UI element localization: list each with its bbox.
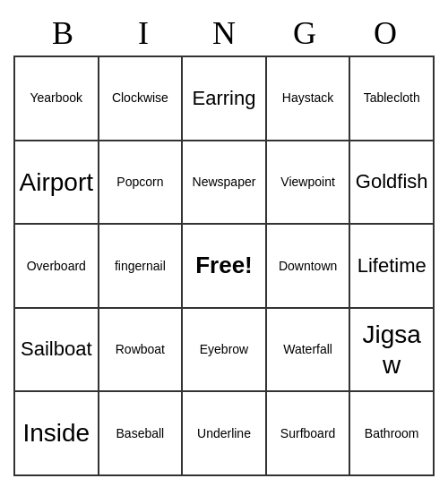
- cell-text: Rowboat: [116, 342, 165, 357]
- cell-text: Inside: [22, 418, 90, 449]
- bingo-cell-3-4: Jigsaw: [350, 309, 435, 393]
- bingo-cell-1-0: Airport: [15, 141, 99, 226]
- bingo-cell-2-1: fingernail: [99, 225, 184, 309]
- cell-text: Lifetime: [358, 254, 426, 278]
- cell-text: Downtown: [279, 259, 337, 274]
- bingo-cell-1-3: Viewpoint: [267, 141, 351, 226]
- cell-text: Goldfish: [356, 170, 428, 193]
- cell-text: Clockwise: [112, 90, 168, 106]
- bingo-letter-g: G: [266, 14, 343, 52]
- cell-text: Newspaper: [193, 175, 256, 190]
- cell-text: fingernail: [115, 259, 166, 274]
- cell-text: Free!: [195, 252, 253, 279]
- cell-text: Waterfall: [283, 342, 332, 357]
- cell-text: Overboard: [27, 259, 86, 274]
- cell-text: Sailboat: [21, 337, 92, 361]
- cell-text: Popcorn: [116, 175, 163, 190]
- bingo-header: BINGO: [13, 11, 435, 56]
- cell-text: Baseball: [116, 426, 165, 441]
- bingo-cell-3-3: Waterfall: [267, 309, 351, 393]
- cell-text: Surfboard: [280, 426, 335, 441]
- bingo-cell-2-3: Downtown: [267, 225, 351, 309]
- bingo-letter-n: N: [185, 14, 263, 52]
- bingo-cell-4-3: Surfboard: [267, 392, 351, 476]
- cell-text: Underline: [197, 426, 251, 441]
- cell-text: Viewpoint: [280, 175, 334, 190]
- bingo-cell-2-2: Free!: [183, 225, 267, 309]
- bingo-cell-0-2: Earring: [183, 57, 267, 141]
- bingo-cell-3-0: Sailboat: [15, 309, 99, 393]
- bingo-cell-4-0: Inside: [15, 392, 99, 476]
- bingo-cell-4-4: Bathroom: [350, 392, 435, 476]
- cell-text: Bathroom: [365, 426, 419, 441]
- bingo-cell-1-4: Goldfish: [350, 141, 435, 226]
- bingo-cell-0-0: Yearbook: [15, 57, 99, 141]
- bingo-cell-1-2: Newspaper: [183, 141, 267, 226]
- bingo-letter-o: O: [347, 14, 424, 52]
- cell-text: Yearbook: [30, 90, 82, 106]
- cell-text: Tablecloth: [364, 90, 420, 106]
- bingo-cell-2-0: Overboard: [15, 225, 99, 309]
- cell-text: Eyebrow: [200, 342, 248, 357]
- bingo-cell-4-2: Underline: [183, 392, 267, 476]
- bingo-cell-2-4: Lifetime: [350, 225, 435, 309]
- bingo-cell-3-1: Rowboat: [99, 309, 184, 393]
- cell-text: Jigsaw: [354, 320, 429, 380]
- bingo-cell-0-1: Clockwise: [99, 57, 184, 141]
- bingo-cell-0-3: Haystack: [267, 57, 351, 141]
- bingo-cell-1-1: Popcorn: [99, 141, 184, 226]
- bingo-letter-b: B: [24, 14, 101, 52]
- cell-text: Earring: [193, 87, 256, 110]
- bingo-grid: YearbookClockwiseEarringHaystackTableclo…: [13, 56, 435, 476]
- bingo-card: BINGO YearbookClockwiseEarringHaystackTa…: [13, 11, 435, 476]
- bingo-letter-i: I: [105, 14, 182, 52]
- bingo-cell-3-2: Eyebrow: [183, 309, 267, 393]
- bingo-cell-4-1: Baseball: [99, 392, 184, 476]
- cell-text: Airport: [20, 167, 93, 198]
- bingo-cell-0-4: Tablecloth: [350, 57, 435, 141]
- cell-text: Haystack: [282, 90, 334, 106]
